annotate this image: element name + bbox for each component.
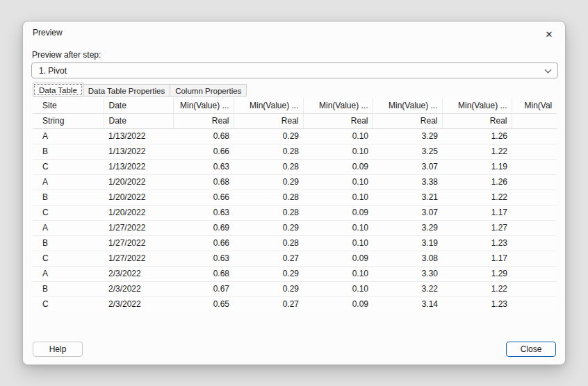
preview-after-step-label: Preview after step: [32, 50, 101, 60]
table-cell: 0.09 [303, 251, 373, 266]
table-cell: 2/3/2022 [104, 281, 173, 296]
table-cell [512, 296, 557, 312]
table-cell [512, 220, 557, 235]
column-type: Real [173, 113, 234, 128]
column-header: Min(Value) ... [303, 98, 373, 113]
tab-column-properties[interactable]: Column Properties [170, 84, 247, 96]
close-icon: ✕ [546, 29, 553, 40]
table-cell: 3.08 [373, 251, 442, 266]
table-cell: 0.10 [303, 281, 373, 296]
column-header: Min(Value) ... [173, 98, 234, 113]
column-header: Site [33, 98, 104, 113]
table-cell: 3.30 [373, 266, 442, 281]
preview-data-table: SiteDateMin(Value) ...Min(Value) ...Min(… [33, 98, 557, 312]
table-cell: 1/13/2022 [104, 144, 173, 159]
table-cell: 0.63 [173, 251, 234, 266]
table-cell: 1.23 [442, 296, 512, 312]
table-cell: C [33, 296, 104, 312]
table-cell: 0.65 [173, 296, 234, 312]
table-cell: 0.10 [303, 190, 373, 205]
column-header: Min(Value) ... [442, 98, 512, 113]
table-cell: 0.63 [173, 159, 234, 174]
close-button[interactable]: Close [506, 342, 556, 357]
column-header-row: SiteDateMin(Value) ...Min(Value) ...Min(… [33, 98, 557, 113]
data-table-container: SiteDateMin(Value) ...Min(Value) ...Min(… [33, 98, 557, 312]
table-row: C2/3/20220.650.270.093.141.23 [33, 296, 557, 312]
table-cell: 1/13/2022 [104, 128, 173, 144]
tab-data-table[interactable]: Data Table [33, 83, 83, 96]
table-cell: 0.66 [173, 190, 234, 205]
column-type: Real [373, 113, 442, 128]
table-row: C1/13/20220.630.280.093.071.19 [33, 159, 557, 174]
table-cell: B [33, 235, 104, 251]
table-cell: B [33, 144, 104, 159]
table-cell: B [33, 190, 104, 205]
table-cell: 3.38 [373, 174, 442, 190]
table-cell [512, 235, 557, 251]
table-cell: 1.26 [442, 128, 512, 144]
table-cell: 3.22 [373, 281, 442, 296]
column-type: Date [104, 113, 173, 128]
table-cell: 0.10 [303, 266, 373, 281]
desktop-background: Preview ✕ Preview after step: 1. Pivot D… [0, 0, 588, 386]
table-cell: 1/27/2022 [104, 220, 173, 235]
table-cell: 1/20/2022 [104, 205, 173, 220]
table-cell: A [33, 266, 104, 281]
table-cell: 0.68 [173, 128, 234, 144]
table-row: A1/13/20220.680.290.103.291.26 [33, 128, 557, 144]
table-cell [512, 190, 557, 205]
tab-data-table-properties[interactable]: Data Table Properties [83, 84, 170, 96]
column-type: String [33, 113, 104, 128]
step-dropdown-value: 1. Pivot [39, 66, 546, 76]
table-cell: 0.28 [234, 190, 303, 205]
table-cell: 0.29 [234, 220, 303, 235]
table-cell: 0.68 [173, 266, 234, 281]
chevron-down-icon [545, 66, 552, 73]
table-cell: C [33, 159, 104, 174]
table-cell [512, 205, 557, 220]
table-cell: 1.29 [442, 266, 512, 281]
table-cell: 1.22 [442, 281, 512, 296]
dialog-close-button[interactable]: ✕ [539, 26, 560, 42]
table-cell: 3.07 [373, 159, 442, 174]
help-button[interactable]: Help [33, 342, 83, 357]
table-cell: 0.28 [234, 159, 303, 174]
table-cell: C [33, 205, 104, 220]
table-cell: 0.27 [234, 251, 303, 266]
table-row: A2/3/20220.680.290.103.301.29 [33, 266, 557, 281]
table-cell: 0.29 [234, 128, 303, 144]
table-cell: C [33, 251, 104, 266]
table-cell [512, 281, 557, 296]
column-header: Min(Value) ... [373, 98, 442, 113]
table-row: B1/20/20220.660.280.103.211.22 [33, 190, 557, 205]
table-cell [512, 144, 557, 159]
table-cell: 0.28 [234, 205, 303, 220]
table-cell: 0.10 [303, 235, 373, 251]
table-cell: 0.69 [173, 220, 234, 235]
table-cell: 3.14 [373, 296, 442, 312]
table-cell: 0.28 [234, 235, 303, 251]
table-cell: A [33, 128, 104, 144]
table-row: B1/27/20220.660.280.103.191.23 [33, 235, 557, 251]
table-cell: 3.07 [373, 205, 442, 220]
table-cell: 1.27 [442, 220, 512, 235]
table-cell: 1/27/2022 [104, 251, 173, 266]
tab-strip: Data TableData Table PropertiesColumn Pr… [33, 83, 246, 96]
table-cell: 0.09 [303, 296, 373, 312]
table-row: A1/20/20220.680.290.103.381.26 [33, 174, 557, 190]
table-cell: 3.29 [373, 128, 442, 144]
column-header: Min(Value) ... [234, 98, 303, 113]
table-cell: 0.66 [173, 144, 234, 159]
step-dropdown[interactable]: 1. Pivot [31, 62, 558, 78]
table-cell: 1.17 [442, 251, 512, 266]
table-cell [512, 174, 557, 190]
table-row: C1/27/20220.630.270.093.081.17 [33, 251, 557, 266]
table-cell: 0.29 [234, 174, 303, 190]
table-cell: 1.26 [442, 174, 512, 190]
table-row: A1/27/20220.690.290.103.291.27 [33, 220, 557, 235]
table-cell: 1/13/2022 [104, 159, 173, 174]
table-row: B1/13/20220.660.280.103.251.22 [33, 144, 557, 159]
table-cell: 1.17 [442, 205, 512, 220]
table-cell: A [33, 174, 104, 190]
table-cell: 3.29 [373, 220, 442, 235]
